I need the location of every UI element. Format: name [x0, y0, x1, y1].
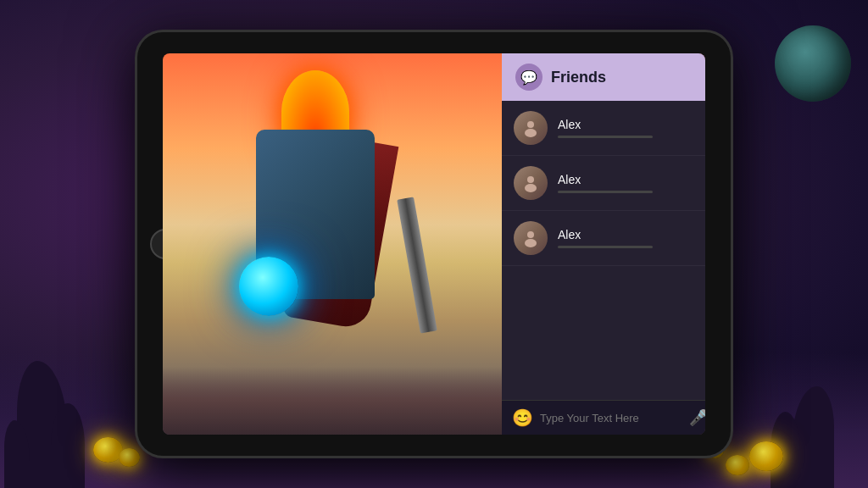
avatar [514, 111, 548, 145]
character-magic-orb [239, 257, 298, 316]
chat-text-input[interactable] [540, 412, 682, 424]
status-bar [558, 191, 653, 193]
tablet-frame: 💬 Friends [137, 32, 731, 456]
friend-name: Alex [558, 173, 693, 186]
status-bar [558, 246, 653, 248]
ground-orb [749, 441, 783, 471]
svg-point-5 [525, 239, 537, 247]
list-item[interactable]: Alex [502, 211, 705, 266]
mic-button[interactable]: 🎤 [689, 408, 705, 427]
friends-title: Friends [551, 69, 606, 86]
friends-panel: 💬 Friends [502, 53, 705, 435]
svg-point-1 [525, 129, 537, 137]
friend-name: Alex [558, 118, 693, 131]
ground-orb [726, 455, 749, 475]
tablet-screen: 💬 Friends [163, 53, 705, 435]
friend-info: Alex [558, 173, 693, 193]
rock-decoration [51, 403, 85, 488]
ground-orb [119, 448, 140, 467]
planet-decoration [775, 25, 851, 102]
friends-list: Alex Alex [502, 101, 705, 400]
svg-point-4 [527, 231, 534, 238]
list-item[interactable]: Alex [502, 101, 705, 156]
svg-point-3 [525, 184, 537, 192]
friend-info: Alex [558, 118, 693, 138]
character-weapon [397, 197, 437, 333]
friends-header: 💬 Friends [502, 53, 705, 101]
chat-icon: 💬 [515, 64, 542, 91]
game-character [214, 70, 451, 392]
status-bar [558, 136, 653, 138]
friend-info: Alex [558, 228, 693, 248]
svg-point-0 [527, 121, 534, 128]
emoji-button[interactable]: 😊 [512, 408, 533, 428]
svg-point-2 [527, 176, 534, 183]
friend-name: Alex [558, 228, 693, 241]
avatar [514, 221, 548, 255]
list-item[interactable]: Alex [502, 156, 705, 211]
chat-input-bar: 😊 🎤 [502, 400, 705, 435]
avatar [514, 166, 548, 200]
